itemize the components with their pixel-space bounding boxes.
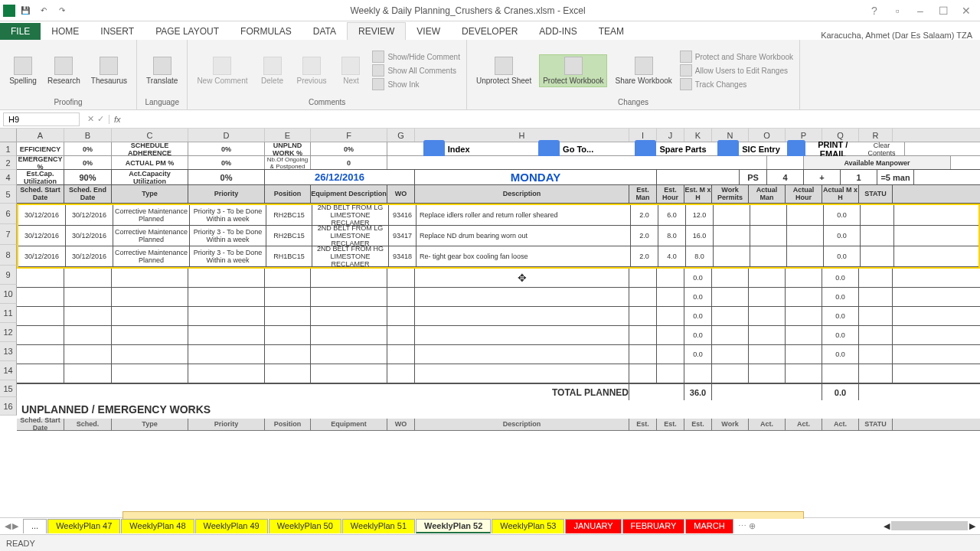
spelling-button[interactable]: Spelling: [6, 55, 40, 86]
table-row[interactable]: 0.00.0: [17, 345, 980, 364]
sheet-tab[interactable]: JANUARY: [565, 519, 621, 533]
table-row[interactable]: 30/12/201630/12/2016Corrective Maintenan…: [18, 205, 978, 226]
sheet-tab[interactable]: ...: [23, 519, 47, 533]
sheet-tab[interactable]: WeeklyPlan 52: [416, 519, 491, 533]
close-icon[interactable]: ✕: [957, 2, 975, 20]
table-row[interactable]: 0.00.0: [17, 307, 980, 326]
account-name[interactable]: Karacucha, Ahmet (Dar Es Salaam) TZA: [821, 31, 972, 40]
nav-spare[interactable]: Spare Parts: [635, 140, 706, 158]
row-header-13[interactable]: 13: [0, 342, 17, 361]
table-row[interactable]: 30/12/201630/12/2016Corrective Maintenan…: [18, 246, 978, 267]
tab-nav-last-icon[interactable]: ▶: [12, 521, 18, 531]
col-header-A[interactable]: A: [17, 129, 64, 142]
nav-print[interactable]: PRINT / EMAIL: [787, 140, 858, 158]
table-row[interactable]: 30/12/201630/12/2016Corrective Maintenan…: [18, 226, 978, 246]
select-all-corner[interactable]: [0, 129, 17, 142]
tab-developer[interactable]: DEVELOPER: [451, 23, 528, 40]
table-row[interactable]: 0.00.0: [17, 326, 980, 345]
sheet-tab[interactable]: WeeklyPlan 47: [47, 519, 120, 533]
row-header-4[interactable]: 4: [0, 170, 17, 185]
delete-comment-button[interactable]: Delete: [256, 55, 289, 86]
col-header-E[interactable]: E: [265, 129, 311, 142]
tab-nav-first-icon[interactable]: ◀: [5, 521, 11, 531]
table-row[interactable]: ✥0.00.0: [17, 269, 980, 288]
minimize-icon[interactable]: –: [911, 2, 929, 20]
sheet-tab[interactable]: WeeklyPlan 50: [269, 519, 341, 533]
protect-workbook-button[interactable]: Protect Workbook: [539, 54, 607, 87]
col-header-G[interactable]: G: [387, 129, 415, 142]
allow-users-edit[interactable]: Allow Users to Edit Ranges: [680, 64, 788, 77]
hscroll-left-icon[interactable]: ◀: [884, 521, 890, 531]
efficiency-label: EFFICIENCY: [17, 142, 64, 155]
tab-addins[interactable]: ADD-INS: [528, 23, 587, 40]
tab-page-layout[interactable]: PAGE LAYOUT: [145, 23, 230, 40]
sheet-tab[interactable]: FEBRUARY: [622, 519, 685, 533]
research-button[interactable]: Research: [44, 55, 83, 86]
tab-review[interactable]: REVIEW: [347, 22, 406, 40]
tab-data[interactable]: DATA: [302, 23, 347, 40]
tab-team[interactable]: TEAM: [588, 23, 635, 40]
hscroll-thumb[interactable]: [891, 521, 968, 530]
sheet-tab[interactable]: WeeklyPlan 49: [195, 519, 268, 533]
row-header-12[interactable]: 12: [0, 323, 17, 342]
protect-share-workbook[interactable]: Protect and Share Workbook: [680, 51, 793, 63]
new-comment-button[interactable]: New Comment: [194, 55, 250, 86]
row-header-15[interactable]: 15: [0, 380, 17, 397]
tab-insert[interactable]: INSERT: [90, 23, 145, 40]
sheet-tab[interactable]: WeeklyPlan 53: [492, 519, 564, 533]
row-header-9[interactable]: 9: [0, 266, 17, 285]
next-comment-button[interactable]: Next: [334, 55, 368, 86]
row-header-5[interactable]: 5: [0, 185, 17, 204]
col-header-F[interactable]: F: [311, 129, 387, 142]
table-row[interactable]: 0.00.0: [17, 288, 980, 307]
show-all-comments[interactable]: Show All Comments: [372, 64, 456, 77]
name-box[interactable]: [3, 112, 80, 126]
tab-formulas[interactable]: FORMULAS: [230, 23, 302, 40]
tab-home[interactable]: HOME: [41, 23, 90, 40]
row-header-11[interactable]: 11: [0, 304, 17, 323]
tab-view[interactable]: VIEW: [406, 23, 451, 40]
nav-clear[interactable]: Clear Contents: [861, 142, 903, 157]
show-hide-comment[interactable]: Show/Hide Comment: [372, 51, 459, 63]
tab-file[interactable]: FILE: [0, 23, 41, 40]
col-header-C[interactable]: C: [112, 129, 188, 142]
row-header-6[interactable]: 6: [0, 204, 17, 224]
row-header-16[interactable]: 16: [0, 397, 17, 416]
row-header-1[interactable]: 1: [0, 142, 17, 156]
row-header-2[interactable]: 2: [0, 156, 17, 170]
row-header-14[interactable]: 14: [0, 361, 17, 380]
maximize-icon[interactable]: ☐: [934, 2, 952, 20]
share-workbook-button[interactable]: Share Workbook: [612, 55, 675, 86]
col-header-D[interactable]: D: [188, 129, 265, 142]
col-header-R[interactable]: R: [859, 129, 893, 142]
track-changes[interactable]: Track Changes: [680, 78, 746, 90]
fx-icon[interactable]: fx: [109, 115, 126, 124]
col-header-B[interactable]: B: [64, 129, 112, 142]
show-ink[interactable]: Show Ink: [372, 78, 419, 90]
row-header-8[interactable]: 8: [0, 245, 17, 266]
row-header-7[interactable]: 7: [0, 224, 17, 245]
worksheet[interactable]: ABCDEFGHIJKNOPQR 1245678910111213141516 …: [0, 129, 980, 519]
sheet-tab[interactable]: WeeklyPlan 48: [121, 519, 194, 533]
enter-formula-icon[interactable]: ✓: [97, 114, 104, 124]
sheet-tab[interactable]: WeeklyPlan 51: [342, 519, 415, 533]
ribbon-options-icon[interactable]: ▫: [888, 2, 906, 20]
nav-index[interactable]: Index: [423, 140, 470, 158]
qat-undo-icon[interactable]: ↶: [35, 2, 52, 19]
qat-save-icon[interactable]: 💾: [17, 2, 34, 19]
thesaurus-button[interactable]: Thesaurus: [88, 55, 130, 86]
translate-button[interactable]: Translate: [143, 55, 181, 86]
prev-comment-button[interactable]: Previous: [294, 55, 330, 86]
nav-sic[interactable]: SIC Entry: [717, 140, 780, 158]
hscroll-right-icon[interactable]: ▶: [969, 521, 975, 531]
tab-more-icon[interactable]: ⋯ ⊕: [733, 521, 760, 531]
table-row[interactable]: [17, 364, 980, 383]
help-icon[interactable]: ?: [865, 2, 884, 20]
row-header-10[interactable]: 10: [0, 285, 17, 304]
qat-redo-icon[interactable]: ↷: [54, 2, 70, 19]
cancel-formula-icon[interactable]: ✕: [87, 114, 94, 124]
unprotect-sheet-button[interactable]: Unprotect Sheet: [473, 55, 534, 86]
nav-goto[interactable]: Go To...: [538, 140, 593, 158]
unplnd-label: UNPLND WORK %: [265, 142, 311, 155]
sheet-tab[interactable]: MARCH: [685, 519, 733, 533]
